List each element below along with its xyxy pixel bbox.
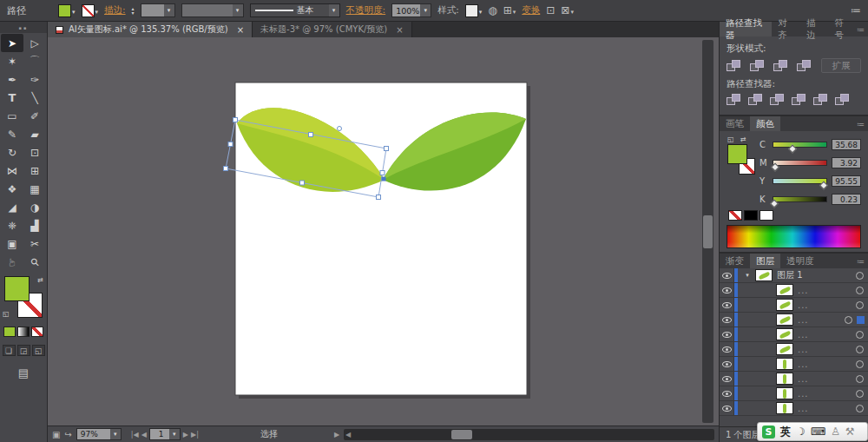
horizontal-scrollbar-thumb[interactable] bbox=[451, 430, 472, 439]
visibility-toggle[interactable] bbox=[720, 386, 734, 400]
none-button[interactable] bbox=[31, 327, 43, 337]
prev-artboard-icon[interactable]: ◀ bbox=[141, 431, 147, 439]
sogou-icon[interactable]: S bbox=[762, 426, 775, 439]
visibility-toggle[interactable] bbox=[720, 372, 734, 386]
target-circle-icon[interactable] bbox=[856, 287, 864, 294]
layer-thumbnail[interactable] bbox=[755, 269, 773, 281]
layer-group-row[interactable]: 图层 1 bbox=[720, 268, 868, 283]
target-circle-icon[interactable] bbox=[856, 346, 864, 353]
document-tab[interactable]: AI矢量图标.ai* @ 135.37% (RGB/预览) × bbox=[48, 22, 253, 37]
panel-menu-icon[interactable] bbox=[857, 254, 868, 268]
layer-name[interactable]: ... bbox=[798, 389, 809, 399]
visibility-toggle[interactable] bbox=[720, 268, 734, 282]
screen-mode-icon[interactable]: ▤ bbox=[18, 366, 29, 379]
target-circle-icon[interactable] bbox=[845, 316, 852, 324]
selection-handle[interactable] bbox=[300, 181, 305, 185]
eyedropper-tool[interactable]: ◢ bbox=[1, 198, 23, 216]
slider-track[interactable] bbox=[773, 160, 827, 166]
channel-value-field[interactable]: 95.55 bbox=[832, 175, 861, 187]
transform-link[interactable]: 变换 bbox=[522, 4, 540, 16]
layer-row[interactable]: ... bbox=[720, 283, 868, 298]
artboards-icon[interactable] bbox=[52, 430, 60, 439]
selection-handle[interactable] bbox=[309, 133, 313, 137]
layer-name[interactable]: ... bbox=[798, 286, 809, 295]
white-swatch[interactable] bbox=[760, 210, 773, 221]
chevron-down-icon[interactable] bbox=[72, 5, 76, 16]
canvas[interactable] bbox=[48, 37, 719, 426]
rotate-tool[interactable]: ↻ bbox=[1, 143, 23, 162]
trim-icon[interactable] bbox=[748, 94, 763, 106]
layer-thumbnail[interactable] bbox=[776, 402, 793, 414]
chevron-down-icon[interactable] bbox=[169, 429, 180, 439]
stroke-weight-stepper[interactable] bbox=[132, 6, 135, 15]
status-expand-icon[interactable]: ▶ bbox=[334, 431, 339, 439]
slider-thumb[interactable] bbox=[771, 163, 779, 172]
layer-name[interactable]: 图层 1 bbox=[777, 269, 803, 281]
layer-row[interactable]: ... bbox=[720, 401, 868, 416]
panel-grip[interactable]: ▪▪ bbox=[0, 22, 47, 33]
stroke-link[interactable]: 描边: bbox=[104, 4, 126, 16]
selection-handle[interactable] bbox=[224, 167, 228, 171]
gradient-tool[interactable]: ▦ bbox=[23, 180, 46, 198]
layer-name[interactable]: ... bbox=[798, 345, 809, 354]
target-circle-icon[interactable] bbox=[856, 331, 864, 339]
selection-tool[interactable]: ➤ bbox=[1, 34, 23, 52]
channel-value-field[interactable]: 3.92 bbox=[832, 157, 861, 168]
align-menu-icon[interactable]: ⊞ bbox=[503, 4, 516, 16]
visibility-toggle[interactable] bbox=[720, 342, 734, 356]
slice-tool[interactable]: ✂ bbox=[23, 234, 46, 253]
last-artboard-icon[interactable]: ▶| bbox=[191, 431, 199, 439]
target-circle-icon[interactable] bbox=[856, 272, 864, 280]
artboard-number-select[interactable]: 1 bbox=[149, 428, 181, 440]
column-graph-tool[interactable]: ▟ bbox=[23, 216, 46, 234]
zoom-level-select[interactable]: 97% bbox=[76, 428, 122, 440]
layer-row[interactable]: ... bbox=[720, 357, 868, 372]
layer-name[interactable]: ... bbox=[798, 360, 809, 369]
isolate-selection-icon[interactable]: ⊠ bbox=[561, 4, 574, 16]
artboard-tool[interactable]: ▣ bbox=[1, 234, 23, 253]
opacity-field[interactable]: 100% bbox=[391, 3, 431, 17]
moon-icon[interactable]: ☽ bbox=[796, 426, 806, 438]
vertical-scrollbar-thumb[interactable] bbox=[703, 215, 713, 248]
rectangle-tool[interactable]: ▭ bbox=[1, 107, 23, 125]
layer-name[interactable]: ... bbox=[798, 300, 809, 310]
chevron-down-icon[interactable] bbox=[420, 4, 431, 16]
layer-row[interactable]: ... bbox=[720, 386, 868, 401]
panel-tab[interactable]: 图层 bbox=[750, 254, 780, 268]
target-circle-icon[interactable] bbox=[856, 405, 864, 412]
panel-menu-icon[interactable]: ≔ bbox=[851, 4, 861, 16]
keyboard-icon[interactable]: ⌨ bbox=[811, 426, 825, 438]
layer-name[interactable]: ... bbox=[798, 330, 809, 340]
visibility-toggle[interactable] bbox=[720, 327, 734, 341]
panel-tab[interactable]: 符号 bbox=[828, 22, 857, 36]
layer-row[interactable]: ... bbox=[720, 298, 868, 313]
merge-icon[interactable] bbox=[770, 94, 785, 106]
hand-tool[interactable]: ☞ bbox=[1, 253, 23, 271]
expand-button[interactable]: 扩展 bbox=[821, 58, 861, 73]
layer-row[interactable]: ... bbox=[720, 327, 868, 342]
symbol-sprayer-tool[interactable]: ❈ bbox=[1, 216, 23, 234]
unite-icon[interactable] bbox=[727, 60, 741, 72]
horizontal-scrollbar[interactable]: ◀ bbox=[344, 429, 714, 440]
layer-thumbnail[interactable] bbox=[776, 284, 793, 296]
selection-handle[interactable] bbox=[380, 171, 385, 175]
minus-front-icon[interactable] bbox=[750, 60, 765, 72]
panel-tab[interactable]: 画笔 bbox=[720, 116, 750, 131]
exclude-icon[interactable] bbox=[797, 60, 812, 72]
none-swatch[interactable] bbox=[728, 210, 742, 221]
black-swatch[interactable] bbox=[744, 210, 758, 221]
style-swatch[interactable] bbox=[465, 4, 478, 17]
zoom-tool[interactable]: ⚲ bbox=[23, 253, 46, 271]
panel-menu-icon[interactable] bbox=[857, 116, 868, 131]
line-segment-tool[interactable]: ╲ bbox=[23, 89, 46, 107]
layer-row[interactable]: ... bbox=[720, 313, 868, 327]
channel-value-field[interactable]: 35.68 bbox=[832, 139, 861, 150]
paintbrush-tool[interactable]: ✐ bbox=[23, 107, 46, 125]
opacity-link[interactable]: 不透明度: bbox=[346, 4, 386, 16]
color-button[interactable] bbox=[3, 327, 16, 337]
visibility-toggle[interactable] bbox=[720, 283, 734, 297]
fill-swatch[interactable] bbox=[727, 144, 747, 164]
eraser-tool[interactable]: ▰ bbox=[23, 125, 46, 143]
arrange-documents-icon[interactable] bbox=[64, 430, 71, 439]
vertical-scrollbar[interactable] bbox=[702, 40, 713, 423]
